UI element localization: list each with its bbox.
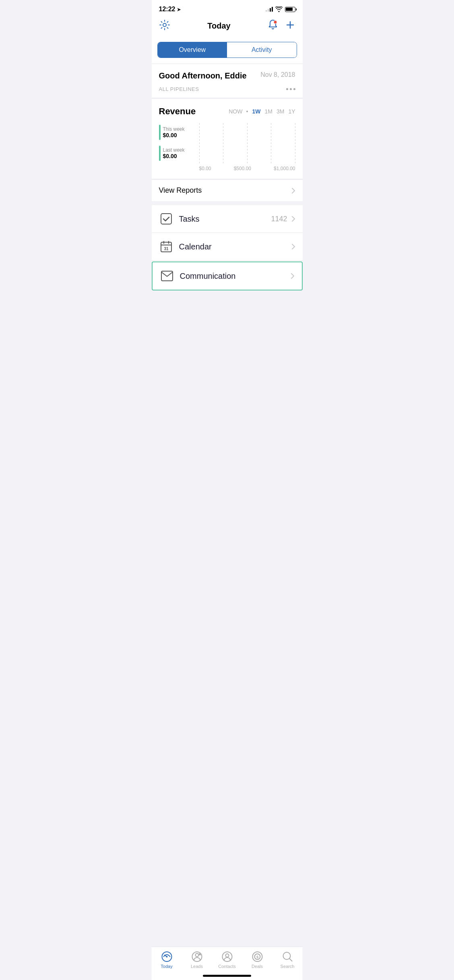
segment-control: Overview Activity <box>152 38 303 64</box>
view-reports-label: View Reports <box>159 186 202 195</box>
last-week-bar: Last week $0.00 <box>159 146 185 161</box>
spacer <box>152 291 303 348</box>
time-tabs: NOW 1W 1M 3M 1Y <box>229 108 295 115</box>
last-week-group: Last week $0.00 <box>159 146 185 162</box>
signal-bars <box>266 7 273 12</box>
svg-text:31: 31 <box>164 247 169 251</box>
tasks-chevron-icon <box>291 216 295 222</box>
list-item-calendar[interactable]: 31 Calendar <box>152 233 303 261</box>
tab-1m[interactable]: 1M <box>264 108 272 115</box>
svg-rect-3 <box>161 214 171 224</box>
status-icons <box>266 6 295 12</box>
signal-bar-3 <box>270 8 271 12</box>
plus-icon <box>285 20 295 30</box>
page-title: Today <box>207 21 230 31</box>
bell-button[interactable] <box>268 19 278 32</box>
calendar-chevron-icon <box>291 243 295 250</box>
calendar-label: Calendar <box>179 242 291 251</box>
signal-bar-1 <box>266 10 267 12</box>
last-week-value: $0.00 <box>163 153 185 159</box>
x-label-0: $0.00 <box>199 166 211 171</box>
status-time: 12:22 <box>159 6 175 13</box>
chevron-right-icon <box>291 187 295 194</box>
pipelines-row[interactable]: ALL PIPELINES <box>152 86 303 98</box>
this-week-bar: This week $0.00 <box>159 125 185 140</box>
revenue-header: Revenue NOW 1W 1M 3M 1Y <box>159 106 295 117</box>
x-label-500: $500.00 <box>234 166 251 171</box>
communication-icon <box>160 269 174 283</box>
segment-buttons: Overview Activity <box>157 42 297 58</box>
this-week-value: $0.00 <box>163 132 185 138</box>
gear-button[interactable] <box>159 19 170 32</box>
add-button[interactable] <box>285 20 295 31</box>
tasks-label: Tasks <box>179 214 271 224</box>
svg-point-0 <box>163 23 166 27</box>
status-bar: 12:22 ➤ <box>152 0 303 15</box>
section-divider <box>152 201 303 205</box>
gear-icon <box>159 19 170 31</box>
view-reports-row[interactable]: View Reports <box>152 179 303 201</box>
greeting-date: Nov 8, 2018 <box>260 71 295 78</box>
tasks-icon <box>159 212 173 226</box>
list-item-tasks[interactable]: Tasks 1142 <box>152 205 303 233</box>
chart-grid <box>199 123 295 163</box>
greeting-section: Good Afternoon, Eddie Nov 8, 2018 <box>152 64 303 86</box>
calendar-icon: 31 <box>159 239 173 254</box>
segment-overview[interactable]: Overview <box>158 42 227 58</box>
more-options-icon[interactable] <box>286 88 295 90</box>
battery-fill <box>286 8 293 11</box>
tab-separator <box>246 111 248 112</box>
wifi-icon <box>275 6 283 12</box>
revenue-section: Revenue NOW 1W 1M 3M 1Y This week $0.00 <box>152 99 303 179</box>
revenue-title: Revenue <box>159 106 196 117</box>
segment-activity[interactable]: Activity <box>227 42 297 58</box>
tab-now[interactable]: NOW <box>229 108 242 115</box>
communication-chevron-icon <box>291 273 295 279</box>
tasks-badge: 1142 <box>271 215 287 223</box>
tab-1w[interactable]: 1W <box>252 108 260 115</box>
tab-3m[interactable]: 3M <box>277 108 284 115</box>
pipelines-label: ALL PIPELINES <box>159 86 199 92</box>
header: Today <box>152 15 303 38</box>
svg-point-2 <box>274 21 277 24</box>
this-week-group: This week $0.00 <box>159 125 185 141</box>
battery-icon <box>285 7 295 12</box>
this-week-label: This week <box>163 126 185 132</box>
signal-bar-2 <box>268 9 269 12</box>
communication-label: Communication <box>180 272 291 281</box>
list-item-communication[interactable]: Communication <box>152 261 303 290</box>
tab-1y[interactable]: 1Y <box>288 108 295 115</box>
last-week-label: Last week <box>163 147 185 153</box>
x-label-1000: $1,000.00 <box>274 166 295 171</box>
greeting-text: Good Afternoon, Eddie <box>159 71 247 80</box>
header-actions <box>268 19 295 32</box>
location-icon: ➤ <box>177 6 181 12</box>
bell-icon <box>268 19 278 31</box>
signal-bar-4 <box>272 7 273 12</box>
list-section: Tasks 1142 31 Calendar Communicat <box>152 205 303 290</box>
revenue-chart: This week $0.00 Last week $0.00 <box>159 123 295 171</box>
chart-x-labels: $0.00 $500.00 $1,000.00 <box>199 166 295 171</box>
